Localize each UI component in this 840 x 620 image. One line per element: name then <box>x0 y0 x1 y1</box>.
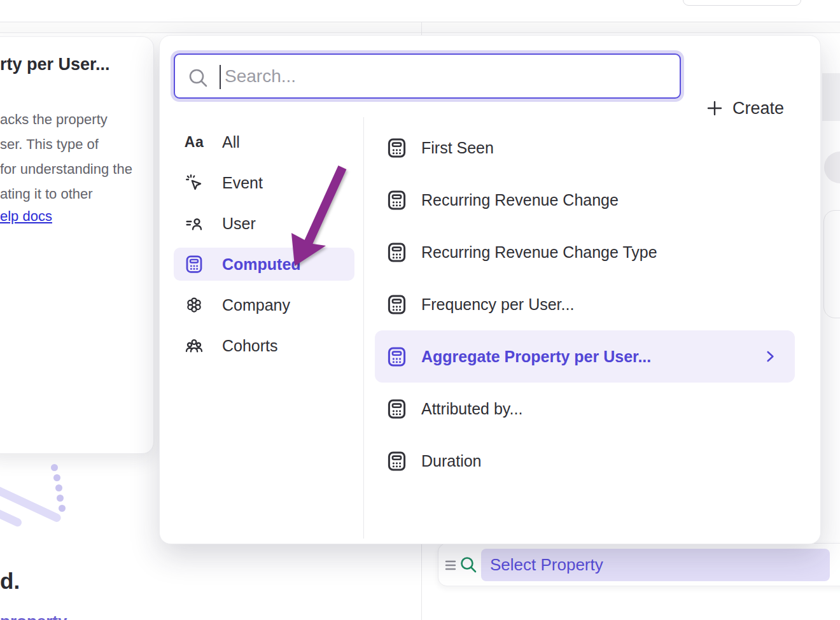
property-item-list: First Seen Recurring Revenue Change Recu… <box>375 122 795 487</box>
decorative-dot <box>51 464 58 471</box>
decorative-dot <box>53 474 60 481</box>
property-item-frequency-per-user[interactable]: Frequency per User... <box>375 278 795 330</box>
decorative-dot <box>55 484 62 491</box>
search-input[interactable] <box>175 55 680 97</box>
tooltip-description: acks the property ser. This type of for … <box>0 107 132 206</box>
category-label: Company <box>222 296 290 314</box>
property-item-label: Duration <box>421 452 482 470</box>
calculator-icon <box>184 255 204 274</box>
property-item-label: Aggregate Property per User... <box>421 348 651 366</box>
select-property-label: Select Property <box>490 555 603 575</box>
top-divider-line-2 <box>0 32 840 33</box>
calculator-icon <box>386 398 407 419</box>
property-item-label: Attributed by... <box>421 400 522 418</box>
annotation-arrow <box>267 153 369 293</box>
partial-top-button[interactable] <box>683 0 801 6</box>
property-tooltip-panel <box>0 36 154 454</box>
category-label: All <box>222 133 240 151</box>
property-item-attributed-by[interactable]: Attributed by... <box>375 383 795 435</box>
category-cohorts[interactable]: Cohorts <box>174 329 354 362</box>
property-item-label: Frequency per User... <box>421 295 574 314</box>
category-label: Cohorts <box>222 337 278 355</box>
property-item-aggregate-property-per-user[interactable]: Aggregate Property per User... <box>375 330 795 383</box>
calculator-icon <box>386 294 407 315</box>
background-link-fragment[interactable]: property <box>0 612 67 620</box>
company-icon <box>184 295 204 314</box>
property-item-label: Recurring Revenue Change Type <box>421 243 657 262</box>
background-heading-fragment: d. <box>0 568 20 594</box>
property-item-label: First Seen <box>421 139 494 157</box>
property-selector-modal: Create Aa All Event <box>159 35 821 544</box>
category-label: User <box>222 215 256 233</box>
create-label: Create <box>732 99 784 118</box>
calculator-icon <box>386 242 407 263</box>
search-icon <box>459 554 478 575</box>
select-property-button[interactable]: Select Property <box>481 549 830 581</box>
help-docs-link[interactable]: elp docs <box>0 208 52 225</box>
property-item-duration[interactable]: Duration <box>375 435 795 487</box>
text-aa-icon: Aa <box>184 134 204 151</box>
tooltip-line: for understanding the <box>0 157 132 181</box>
calculator-icon <box>386 190 407 211</box>
calculator-icon <box>386 451 407 472</box>
cohorts-icon <box>184 336 204 355</box>
decorative-dot <box>57 495 64 502</box>
search-field[interactable] <box>174 53 681 99</box>
cursor-click-icon <box>184 173 204 192</box>
search-field-halo <box>171 50 684 102</box>
chevron-right-icon <box>762 348 778 365</box>
tooltip-line: ating it to other <box>0 181 132 206</box>
calculator-icon <box>386 346 407 367</box>
background-right-band <box>822 73 840 121</box>
drag-handle-icon[interactable] <box>444 555 458 575</box>
tooltip-line: ser. This type of <box>0 132 132 157</box>
background-right-pill <box>824 151 840 183</box>
user-list-icon <box>184 214 204 233</box>
tooltip-title: rty per User... <box>0 55 110 74</box>
property-item-label: Recurring Revenue Change <box>421 191 619 209</box>
category-label: Event <box>222 174 263 192</box>
tooltip-line: acks the property <box>0 107 132 132</box>
property-item-first-seen[interactable]: First Seen <box>375 122 795 174</box>
select-property-card: Select Property <box>438 543 840 586</box>
category-company[interactable]: Company <box>174 288 354 321</box>
plus-icon <box>706 99 724 117</box>
create-button[interactable]: Create <box>706 90 784 126</box>
decorative-dot <box>59 505 66 512</box>
property-item-recurring-revenue-change-type[interactable]: Recurring Revenue Change Type <box>375 226 795 278</box>
calculator-icon <box>386 137 407 159</box>
property-item-recurring-revenue-change[interactable]: Recurring Revenue Change <box>375 174 795 226</box>
background-right-card-edge <box>823 210 840 318</box>
top-toolbar-band <box>0 22 840 32</box>
